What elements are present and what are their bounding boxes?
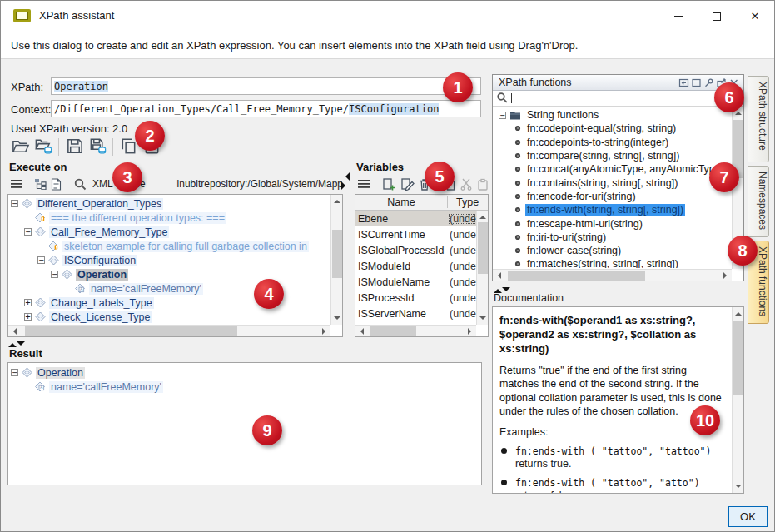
functions-hscrollbar[interactable]: [493, 269, 732, 281]
example-code: fn:ends-with ( "tattoo", "atto"): [515, 476, 700, 490]
tree-row[interactable]: skeleton example for calling full garbag…: [11, 239, 330, 253]
function-row[interactable]: fn:ends-with(string, string[, string]): [493, 203, 732, 216]
element-icon: [62, 269, 72, 280]
toolbar-separator: [112, 138, 113, 156]
tree-row[interactable]: −Operation: [11, 365, 479, 380]
variable-type: (undefined): [448, 324, 476, 325]
tree-view-icon[interactable]: [32, 178, 49, 190]
variable-row[interactable]: ISUserName(undefined): [355, 321, 476, 324]
search-icon[interactable]: [72, 177, 88, 191]
function-row[interactable]: fn:codepoints-to-string(integer): [493, 136, 732, 149]
expander-minus-icon[interactable]: −: [37, 256, 45, 264]
function-bullet-icon: [514, 139, 521, 146]
documentation-vscrollbar[interactable]: [732, 307, 743, 493]
xpath-assistant-dialog: XPath assistant ✕ Use this dialog to cre…: [0, 0, 775, 532]
annotation-badge-1: 1: [443, 72, 473, 102]
context-input[interactable]: /Different_Operation_Types/Call_Free_Mem…: [51, 100, 481, 117]
close-icon: ✕: [751, 11, 760, 22]
ok-button[interactable]: OK: [728, 506, 768, 527]
attribute-icon: A: [75, 283, 86, 294]
function-bullet-icon: [514, 166, 521, 172]
menu-icon[interactable]: [9, 179, 24, 189]
functions-group-row[interactable]: −String functions: [493, 108, 732, 122]
variable-row[interactable]: ISServerName(undefined): [355, 306, 476, 321]
function-bullet-icon: [514, 180, 521, 186]
execute-tree-hscrollbar[interactable]: [8, 325, 330, 336]
variables-hscrollbar[interactable]: [355, 325, 476, 336]
expander-plus-icon[interactable]: +: [24, 299, 32, 306]
execute-tree-vscrollbar[interactable]: [330, 195, 342, 325]
example-result: returns true.: [515, 458, 711, 470]
tree-row[interactable]: −Call_Free_Memory_Type: [11, 225, 330, 239]
side-tab-xpath-structure[interactable]: XPath structure: [748, 76, 769, 162]
function-row[interactable]: fn:matches(string, string[, string]): [493, 257, 732, 268]
side-tab-namespaces[interactable]: Namespaces: [748, 166, 769, 237]
function-row[interactable]: fn:contains(string, string[, string]): [493, 176, 732, 189]
open-from-repository-button[interactable]: [32, 136, 55, 158]
column-header-type[interactable]: Type: [448, 196, 488, 208]
tree-row[interactable]: −Different_Operation_Types: [11, 196, 330, 211]
function-row[interactable]: fn:lower-case(string): [493, 244, 732, 257]
document-view-icon[interactable]: [49, 178, 63, 191]
pin-panel-icon[interactable]: [703, 77, 715, 89]
variable-row[interactable]: ISModuleName(undefined): [355, 274, 476, 290]
close-button[interactable]: ✕: [736, 1, 774, 32]
expander-minus-icon[interactable]: −: [499, 112, 506, 119]
minimize-button[interactable]: [659, 1, 698, 32]
variable-row[interactable]: ISModuleId(undefined): [355, 258, 476, 274]
add-variable-icon[interactable]: [380, 177, 398, 191]
variable-name: Ebene: [355, 213, 448, 225]
tree-row[interactable]: === the different operation types: ===: [11, 211, 330, 225]
paste-variable-icon[interactable]: [474, 177, 488, 191]
maximize-button[interactable]: [698, 1, 736, 32]
xpath-functions-title: XPath functions: [499, 77, 572, 88]
dock-panel-icon[interactable]: [678, 77, 690, 89]
expander-minus-icon[interactable]: −: [11, 369, 18, 376]
tree-row[interactable]: Aname='callFreeMemory': [11, 380, 479, 394]
variable-name: ISCurrentTime: [355, 229, 448, 241]
xml-source-path: inubitrepository:/Global/System/Mapping%…: [177, 178, 342, 190]
function-row[interactable]: fn:concat(anyAtomicType, anyAtomicType[,…: [493, 162, 732, 176]
xpath-input[interactable]: Operation: [51, 77, 481, 95]
variable-row[interactable]: ISGlobalProcessId(undefined): [355, 242, 476, 258]
element-icon: [22, 367, 32, 378]
result-panel: −OperationAname='callFreeMemory': [7, 362, 482, 485]
expander-minus-icon[interactable]: −: [11, 200, 18, 207]
function-row[interactable]: fn:iri-to-uri(string): [493, 231, 732, 244]
tree-row[interactable]: −ISConfiguration: [11, 253, 330, 267]
variables-rows: Ebene(undefined)ISCurrentTime(undefined)…: [355, 211, 476, 324]
expander-minus-icon[interactable]: −: [24, 228, 32, 236]
save-to-repository-button[interactable]: [86, 136, 109, 158]
function-bullet-icon: [514, 125, 521, 132]
expander-plus-icon[interactable]: +: [24, 313, 32, 321]
functions-search-field[interactable]: [493, 91, 743, 107]
cut-variable-icon[interactable]: [458, 177, 474, 191]
documentation-title: Documentation: [494, 292, 564, 304]
expander-minus-icon[interactable]: −: [51, 271, 58, 278]
function-row[interactable]: fn:escape-html-uri(string): [493, 216, 732, 230]
tree-node-label: Operation: [76, 269, 128, 281]
variable-name: ISServerName: [355, 308, 448, 320]
panel-collapse-handle[interactable]: [341, 172, 350, 190]
edit-variable-icon[interactable]: [398, 177, 416, 191]
variable-row[interactable]: ISCurrentTime(undefined): [355, 226, 476, 242]
open-button[interactable]: [8, 136, 32, 158]
context-label: Context:: [11, 103, 51, 116]
column-header-name[interactable]: Name: [355, 196, 448, 208]
menu-icon[interactable]: [356, 179, 371, 189]
tree-row[interactable]: −Operation: [11, 267, 330, 281]
function-row[interactable]: fn:compare(string, string[, string]): [493, 149, 732, 162]
tree-node-label: Call_Free_Memory_Type: [49, 226, 169, 238]
function-bullet-icon: [514, 221, 521, 227]
variable-row[interactable]: Ebene(undefined): [355, 211, 476, 226]
save-button[interactable]: [62, 136, 86, 158]
maximize-panel-icon[interactable]: [690, 77, 703, 89]
tree-row[interactable]: +Check_License_Type: [11, 310, 330, 324]
result-tree: −OperationAname='callFreeMemory': [11, 365, 479, 483]
variables-vscrollbar[interactable]: [476, 211, 488, 325]
variable-row[interactable]: ISProcessId(undefined): [355, 290, 476, 306]
function-row[interactable]: fn:encode-for-uri(string): [493, 190, 732, 203]
variables-table-header[interactable]: Name Type: [355, 195, 488, 211]
function-row[interactable]: fn:codepoint-equal(string, string): [493, 122, 732, 135]
element-icon: [48, 255, 59, 266]
